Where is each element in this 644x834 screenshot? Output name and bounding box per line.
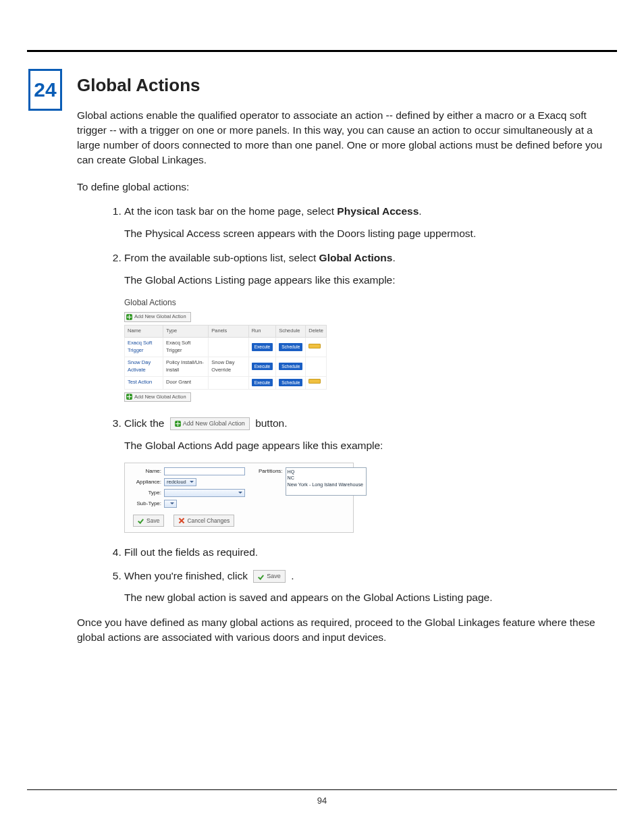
step-3: Click the Add New Global Action button. … <box>124 416 617 533</box>
execute-button[interactable]: Execute <box>252 363 273 370</box>
content-area: Global Actions Global actions enable the… <box>77 52 617 645</box>
label-subtype: Sub-Type: <box>130 500 164 508</box>
delete-button[interactable] <box>308 379 321 384</box>
label-type: Type: <box>130 489 164 497</box>
cancel-changes-button[interactable]: Cancel Changes <box>173 515 234 527</box>
chapter-number-box: 24 <box>28 69 62 111</box>
figure-add-form: Name: Appliance: redcloud Type: Sub- <box>124 463 354 533</box>
global-actions-bold: Global Actions <box>319 252 393 263</box>
col-type[interactable]: Type <box>163 325 209 338</box>
steps-list: At the icon task bar on the home page, s… <box>124 204 617 605</box>
listing-table: Name Type Panels Run Schedule Delete Exa… <box>124 325 327 389</box>
row-name-link[interactable]: Exacq Soft Trigger <box>125 338 163 357</box>
intro-paragraph: Global actions enable the qualified oper… <box>77 108 617 167</box>
execute-button[interactable]: Execute <box>252 343 273 350</box>
step-5: When you're finished, click Save . The n… <box>124 569 617 606</box>
page-title: Global Actions <box>77 75 617 96</box>
add-new-global-action-bottom[interactable]: Add New Global Action <box>124 392 191 402</box>
to-define-line: To define global actions: <box>77 180 617 194</box>
delete-button[interactable] <box>308 344 321 348</box>
partitions-list[interactable]: HQ NC New York - Long Island Warehouse <box>286 467 367 496</box>
step-2: From the available sub-options list, sel… <box>124 251 617 402</box>
plus-icon <box>175 421 181 427</box>
step-3-note: The Global Actions Add page appears like… <box>124 438 617 453</box>
add-new-global-action-inline-button[interactable]: Add New Global Action <box>170 417 250 430</box>
check-icon <box>138 517 144 524</box>
partition-option[interactable]: HQ <box>288 469 365 475</box>
name-input[interactable] <box>164 467 245 475</box>
schedule-button[interactable]: Schedule <box>279 343 302 350</box>
x-icon <box>178 517 185 524</box>
outro-paragraph: Once you have defined as many global act… <box>77 615 617 645</box>
subtype-select[interactable] <box>164 500 177 508</box>
row-name-link[interactable]: Test Action <box>125 376 163 389</box>
save-button[interactable]: Save <box>133 515 164 527</box>
label-name: Name: <box>130 467 164 475</box>
appliance-select[interactable]: redcloud <box>164 478 196 486</box>
physical-access-bold: Physical Access <box>337 205 419 217</box>
col-name[interactable]: Name <box>125 325 163 338</box>
table-row: Snow Day Activate Policy Install/Un-inst… <box>125 357 327 376</box>
col-run[interactable]: Run <box>248 325 276 338</box>
step-2-note: The Global Actions Listing page appears … <box>124 273 617 288</box>
chapter-number: 24 <box>34 78 56 101</box>
schedule-button[interactable]: Schedule <box>279 363 302 370</box>
add-new-global-action-top[interactable]: Add New Global Action <box>124 312 191 322</box>
partition-option[interactable]: New York - Long Island Warehouse <box>288 481 365 488</box>
step-5-note: The new global action is saved and appea… <box>124 590 617 605</box>
save-inline-button[interactable]: Save <box>253 570 286 583</box>
step-1: At the icon task bar on the home page, s… <box>124 204 617 241</box>
check-icon <box>258 573 265 580</box>
step-1-note: The Physical Access screen appears with … <box>124 226 617 241</box>
footer: 94 <box>27 789 617 806</box>
table-row: Test Action Door Grant Execute Schedule <box>125 376 327 389</box>
step-4: Fill out the fields as required. <box>124 545 617 560</box>
label-partitions: Partitions: <box>259 467 286 475</box>
col-schedule[interactable]: Schedule <box>276 325 306 338</box>
partition-option[interactable]: NC <box>288 475 365 481</box>
plus-icon <box>126 314 132 320</box>
page-number: 94 <box>317 796 327 806</box>
schedule-button[interactable]: Schedule <box>279 379 302 386</box>
figure-listing: Global Actions Add New Global Action Nam… <box>124 297 327 402</box>
type-select[interactable] <box>164 489 245 497</box>
label-appliance: Appliance: <box>130 478 164 486</box>
plus-icon <box>126 394 132 400</box>
table-row: Exacq Soft Trigger Exacq Soft Trigger Ex… <box>125 338 327 357</box>
col-delete[interactable]: Delete <box>306 325 327 338</box>
row-name-link[interactable]: Snow Day Activate <box>125 357 163 376</box>
col-panels[interactable]: Panels <box>209 325 248 338</box>
execute-button[interactable]: Execute <box>252 379 273 386</box>
figure-listing-title: Global Actions <box>124 297 327 309</box>
